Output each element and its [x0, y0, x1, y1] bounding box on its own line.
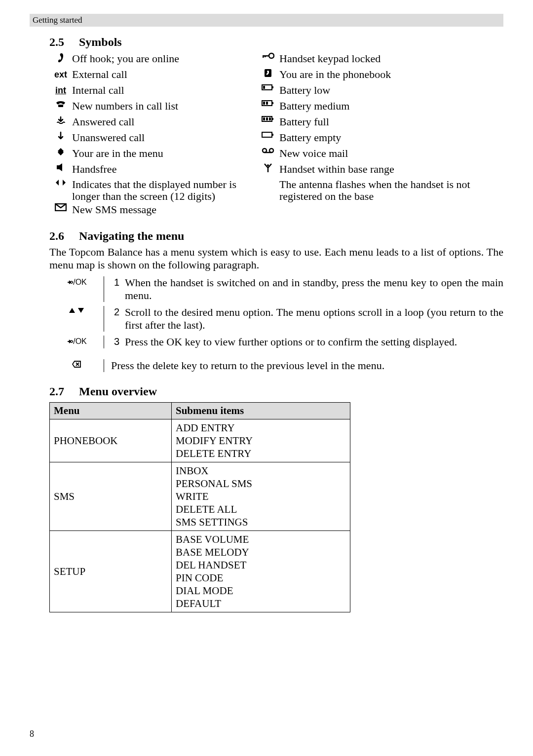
svg-rect-16 — [272, 118, 273, 120]
svg-point-3 — [269, 53, 274, 58]
svg-rect-18 — [266, 117, 268, 120]
svg-rect-1 — [57, 165, 59, 169]
nav-back-step: Press the delete key to return to the pr… — [49, 357, 503, 374]
symbol-desc: Indicates that the displayed number is l… — [72, 179, 257, 202]
running-head: Getting started — [30, 14, 503, 27]
symbol-desc: Handset keypad locked — [279, 52, 503, 65]
off-hook-icon — [49, 52, 72, 63]
step-text: Scroll to the desired menu option. The m… — [125, 306, 503, 332]
symbols-grid: Off hook; you are online extExternal cal… — [49, 52, 503, 219]
symbol-desc: Internal call — [72, 84, 257, 97]
symbol-desc: New voice mail — [279, 147, 503, 160]
menu-diamond-icon — [49, 147, 72, 157]
svg-rect-0 — [58, 105, 63, 107]
svg-rect-20 — [262, 132, 272, 137]
page-content: 2.5Symbols Off hook; you are online extE… — [49, 27, 503, 612]
symbol-desc: You are in the phonebook — [279, 68, 503, 81]
table-cell: SMS — [50, 462, 172, 531]
svg-rect-10 — [263, 86, 265, 89]
section-2-7-heading: 2.7Menu overview — [49, 385, 503, 398]
menu-ok-icon: /OK — [49, 276, 104, 288]
symbol-desc: Battery full — [279, 115, 503, 128]
section-title: Symbols — [79, 36, 122, 48]
svg-rect-19 — [269, 117, 271, 120]
svg-rect-21 — [272, 134, 273, 136]
section-2-5-heading: 2.5Symbols — [49, 36, 503, 49]
step-number: 1 — [114, 276, 125, 288]
symbol-desc: The antenna flashes when the handset is … — [279, 179, 503, 202]
menu-ok-icon: /OK — [49, 336, 104, 347]
section-title: Navigating the menu — [79, 229, 184, 242]
int-icon: int — [49, 84, 72, 97]
up-down-icon — [49, 306, 104, 318]
section-2-6-intro: The Topcom Balance has a menu system whi… — [49, 246, 503, 271]
svg-rect-17 — [263, 117, 265, 120]
page-number: 8 — [30, 729, 34, 739]
symbol-desc: External call — [72, 68, 257, 81]
phone-icon — [49, 100, 72, 109]
svg-rect-9 — [272, 86, 273, 88]
menu-overview-table: Menu Submenu items PHONEBOOK ADD ENTRY M… — [49, 402, 350, 612]
handsfree-icon — [49, 163, 72, 172]
battery-full-icon — [257, 115, 279, 122]
symbol-desc: Your are in the menu — [72, 147, 257, 160]
symbols-column-left: Off hook; you are online extExternal cal… — [49, 52, 257, 219]
unanswered-icon — [49, 131, 72, 141]
voicemail-icon — [257, 147, 279, 154]
symbol-desc: Handsfree — [72, 163, 257, 176]
svg-rect-6 — [265, 55, 266, 57]
nav-steps: /OK 1 When the handset is switched on an… — [49, 274, 503, 350]
section-number: 2.6 — [49, 229, 79, 243]
key-lock-icon — [257, 52, 279, 59]
envelope-icon — [49, 203, 72, 211]
ext-icon: ext — [49, 68, 72, 81]
table-header-submenu: Submenu items — [172, 403, 350, 419]
step-number: 2 — [114, 306, 125, 318]
step-number: 3 — [114, 336, 125, 347]
svg-point-27 — [71, 340, 73, 342]
battery-empty-icon — [257, 131, 279, 138]
symbol-desc: New SMS message — [72, 203, 257, 216]
step-text: When the handset is switched on and in s… — [125, 276, 503, 302]
section-title: Menu overview — [79, 385, 157, 398]
svg-rect-12 — [272, 102, 273, 104]
symbol-desc: Battery low — [279, 84, 503, 97]
section-2-6-heading: 2.6Navigating the menu — [49, 229, 503, 243]
symbol-desc: Answered call — [72, 115, 257, 128]
table-cell: BASE VOLUME BASE MELODY DEL HANDSET PIN … — [172, 531, 350, 612]
table-cell: SETUP — [50, 531, 172, 612]
battery-low-icon — [257, 84, 279, 91]
step-text: Press the OK key to view further options… — [125, 336, 503, 348]
symbol-desc: Handset within base range — [279, 163, 503, 176]
table-cell: ADD ENTRY MODIFY ENTRY DELETE ENTRY — [172, 419, 350, 462]
svg-rect-5 — [263, 55, 264, 58]
section-number: 2.5 — [49, 36, 79, 49]
svg-rect-13 — [263, 102, 265, 105]
table-header-menu: Menu — [50, 403, 172, 419]
svg-point-26 — [71, 281, 73, 283]
section-number: 2.7 — [49, 385, 79, 398]
symbol-desc: Battery empty — [279, 131, 503, 144]
symbols-column-right: Handset keypad locked You are in the pho… — [257, 52, 503, 219]
table-cell: PHONEBOOK — [50, 419, 172, 462]
symbol-desc: Battery medium — [279, 100, 503, 113]
svg-rect-14 — [266, 102, 268, 105]
symbol-desc: Off hook; you are online — [72, 52, 257, 65]
phonebook-icon — [257, 68, 279, 78]
answered-icon — [49, 115, 72, 125]
table-cell: INBOX PERSONAL SMS WRITE DELETE ALL SMS … — [172, 462, 350, 531]
antenna-icon — [257, 163, 279, 173]
symbol-desc: New numbers in call list — [72, 100, 257, 113]
battery-med-icon — [257, 100, 279, 107]
step-text: Press the delete key to return to the pr… — [111, 359, 503, 372]
symbol-desc: Unanswered call — [72, 131, 257, 144]
svg-point-25 — [267, 164, 269, 166]
arrows-lr-icon — [49, 179, 72, 187]
delete-icon — [49, 359, 104, 371]
